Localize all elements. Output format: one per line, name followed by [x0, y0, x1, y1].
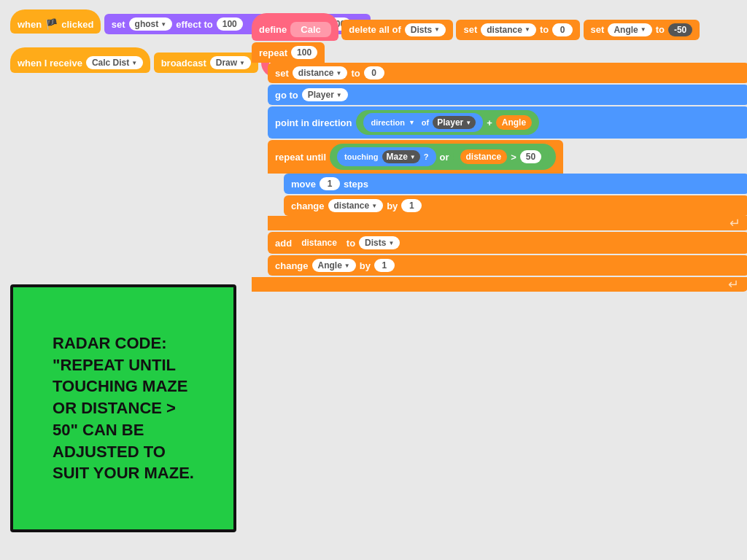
move-value: 1 — [320, 177, 340, 190]
repeat-until-label: repeat until — [275, 152, 326, 163]
angle-dropdown1[interactable]: Angle — [608, 23, 651, 36]
player-of-dropdown[interactable]: Player — [433, 116, 476, 129]
delete-all-label: delete all of — [349, 24, 401, 35]
distance-dropdown3[interactable]: distance — [328, 199, 384, 212]
define-label: define — [259, 24, 287, 35]
calc-name: Calc — [290, 22, 330, 37]
repeat-100-top[interactable]: repeat 100 — [252, 42, 325, 63]
calc-dist-dropdown[interactable]: Calc Dist — [86, 56, 143, 69]
add-label: add — [275, 238, 292, 249]
distance-dropdown1[interactable]: distance — [481, 23, 536, 36]
change-angle-block[interactable]: change Angle by 1 — [268, 255, 747, 276]
to-label1: to — [540, 24, 549, 35]
change-label: change — [291, 201, 325, 211]
angle-value: -50 — [668, 23, 692, 36]
to-label4: to — [347, 238, 355, 249]
plus-operator: + — [487, 117, 492, 128]
gt-operator: > — [511, 152, 516, 163]
set-label4: set — [275, 68, 289, 79]
set-label3: set — [591, 24, 605, 35]
when-label: when — [18, 19, 42, 30]
broadcast-block[interactable]: broadcast Draw — [154, 52, 258, 73]
annotation-box: RADAR CODE:"REPEAT UNTILTOUCHING MAZEOR … — [10, 284, 236, 532]
repeat-arrow: ↵ — [728, 276, 739, 292]
fifty-value: 50 — [520, 150, 541, 163]
set-label: set — [112, 19, 125, 30]
repeat-close: ↵ — [252, 277, 747, 292]
repeat-value: 100 — [291, 46, 317, 59]
distance-dropdown2[interactable]: distance — [293, 66, 348, 79]
flag-icon: 🏴 — [45, 18, 58, 30]
broadcast-label: broadcast — [161, 58, 206, 69]
point-direction-block[interactable]: point in direction direction ▼ of Player… — [268, 106, 747, 139]
to-label3: to — [351, 68, 360, 79]
dists-dropdown1[interactable]: Dists — [405, 23, 446, 36]
distance-var: distance — [460, 149, 508, 164]
repeat-label: repeat — [259, 47, 287, 58]
set-distance-block[interactable]: set distance to 0 — [456, 20, 580, 40]
define-calc-block[interactable]: define Calc — [252, 13, 338, 41]
change-angle-label: change — [275, 260, 309, 271]
touching-sensor[interactable]: touching Maze ? — [337, 147, 436, 166]
distance-value1: 0 — [552, 23, 573, 36]
set-label2: set — [463, 24, 477, 35]
move-steps-block[interactable]: move 1 steps — [284, 174, 747, 194]
to-label2: to — [656, 24, 665, 35]
maze-dropdown[interactable]: Maze — [382, 150, 420, 163]
distance-value2: 0 — [364, 66, 384, 79]
repeat-until-arrow: ↵ — [729, 215, 740, 231]
repeat-until-arm: move 1 steps change distance by 1 — [284, 174, 747, 216]
distance-var2: distance — [295, 236, 343, 250]
goto-label: go to — [275, 90, 298, 101]
by-label1: by — [387, 201, 398, 211]
right-panel: define Calc delete all of Dists set dist… — [252, 13, 747, 292]
set-ghost-effect-block[interactable]: set ghost effect to 100 — [104, 14, 265, 34]
repeat-arm: set distance to 0 go to Player point in … — [268, 63, 747, 276]
direction-operator: direction ▼ of Player + Angle — [356, 110, 539, 135]
set-distance-inner-block[interactable]: set distance to 0 — [268, 63, 747, 83]
angle-dropdown2[interactable]: Angle — [312, 259, 356, 272]
repeat-until-top[interactable]: repeat until touching Maze ? or distance… — [268, 140, 563, 174]
when-flag-clicked-block[interactable]: when 🏴 clicked — [10, 9, 101, 34]
draw-dropdown[interactable]: Draw — [210, 56, 251, 69]
or-label: or — [440, 152, 449, 163]
ghost-value: 100 — [217, 18, 243, 31]
change-dist-value: 1 — [401, 199, 422, 212]
delete-all-block[interactable]: delete all of Dists — [341, 20, 453, 40]
move-label: move — [291, 179, 316, 190]
dists-dropdown2[interactable]: Dists — [359, 236, 400, 249]
repeat-until-condition: touching Maze ? or distance > 50 — [330, 144, 556, 170]
ghost-dropdown[interactable]: ghost — [129, 18, 173, 31]
repeat-until-block[interactable]: repeat until touching Maze ? or distance… — [268, 140, 747, 230]
when-i-receive-label: when I receive — [18, 58, 82, 69]
angle-change-value: 1 — [374, 259, 395, 272]
effect-to-label: effect to — [176, 19, 213, 30]
steps-label: steps — [344, 179, 368, 190]
repeat-100-block[interactable]: repeat 100 set distance to 0 go to Playe… — [252, 42, 747, 292]
when-receive-block[interactable]: when I receive Calc Dist — [10, 47, 150, 73]
annotation-text: RADAR CODE:"REPEAT UNTILTOUCHING MAZEOR … — [53, 332, 194, 484]
clicked-label: clicked — [61, 19, 93, 30]
by-label2: by — [360, 260, 371, 271]
angle-variable: Angle — [496, 115, 532, 130]
goto-player-block[interactable]: go to Player — [268, 85, 747, 105]
add-distance-block[interactable]: add distance to Dists — [268, 232, 747, 254]
direction-sensor[interactable]: direction ▼ of Player — [363, 113, 483, 132]
repeat-until-close: ↵ — [268, 216, 747, 230]
point-label: point in direction — [275, 117, 352, 128]
change-distance-block[interactable]: change distance by 1 — [284, 195, 747, 216]
player-dropdown1[interactable]: Player — [302, 88, 348, 101]
distance-gt-50: distance > 50 — [453, 147, 549, 167]
set-angle-block[interactable]: set Angle to -50 — [584, 20, 700, 40]
